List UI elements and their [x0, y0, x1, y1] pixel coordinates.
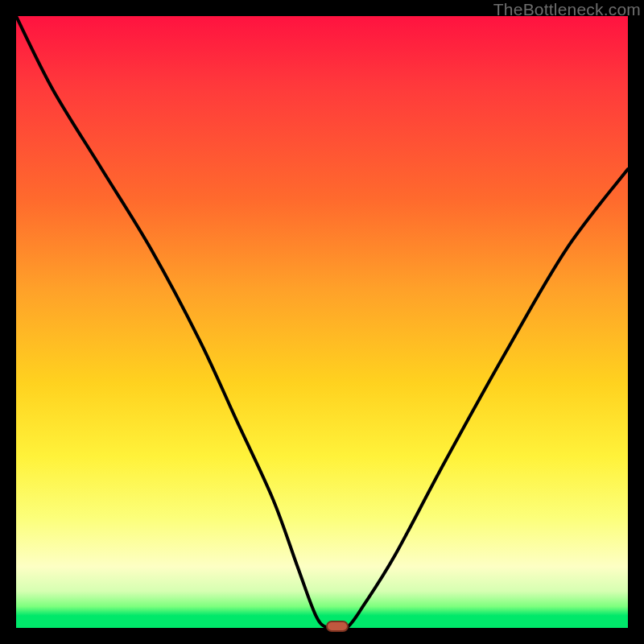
chart-frame — [16, 16, 628, 628]
bottleneck-curve — [16, 16, 628, 628]
optimal-point-marker — [326, 621, 349, 632]
watermark-text: TheBottleneck.com — [493, 0, 641, 19]
